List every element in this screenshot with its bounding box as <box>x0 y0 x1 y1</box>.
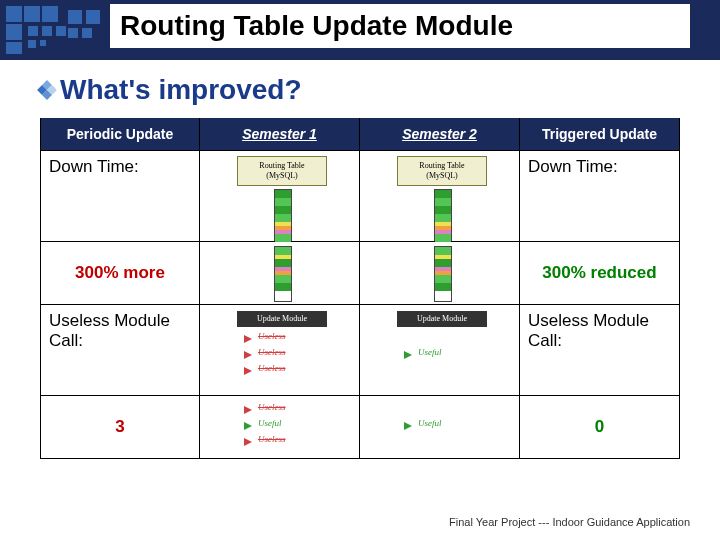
useful-tag: Useful <box>418 347 442 357</box>
count-left: 3 <box>40 396 200 458</box>
useless-tag: Useless <box>258 347 286 357</box>
bullet-diamond-icon <box>37 80 57 100</box>
useless-label-left: Useless Module Call: <box>40 305 200 395</box>
arrow-icon <box>404 351 412 359</box>
useless-label-right: Useless Module Call: <box>520 305 680 395</box>
db-box-icon: Routing Table (MySQL) <box>237 156 327 186</box>
slide-title: Routing Table Update Module <box>110 4 690 48</box>
useless-tag: Useless <box>258 331 286 341</box>
subtitle-text: What's improved? <box>60 74 302 105</box>
header-triggered: Triggered Update <box>520 118 680 150</box>
useless-tag: Useless <box>258 434 286 444</box>
db-label-2: (MySQL) <box>266 171 298 180</box>
arrow-icon <box>244 422 252 430</box>
pct-reduced: 300% reduced <box>520 242 680 304</box>
useful-tag: Useful <box>258 418 282 428</box>
pct-more: 300% more <box>40 242 200 304</box>
count-row: 3 Useless Useful Useless Useful 0 <box>40 396 680 459</box>
downtime-label-right: Down Time: <box>520 151 680 241</box>
update-module-box: Update Module <box>397 311 487 327</box>
arrow-icon <box>244 367 252 375</box>
useless-tag: Useless <box>258 402 286 412</box>
stack-bar-icon <box>434 189 452 241</box>
downtime-row: Down Time: Routing Table (MySQL) Routing… <box>40 151 680 242</box>
downtime-label-left: Down Time: <box>40 151 200 241</box>
pct-row: 300% more 300% reduced <box>40 242 680 305</box>
useless-tag: Useless <box>258 363 286 373</box>
arrow-icon <box>244 351 252 359</box>
arrow-icon <box>244 335 252 343</box>
diagram-sem1-count: Useless Useful Useless <box>200 396 360 458</box>
useful-tag: Useful <box>418 418 442 428</box>
arrow-icon <box>244 438 252 446</box>
diagram-sem2-pct <box>360 242 520 304</box>
db-label-2: (MySQL) <box>426 171 458 180</box>
diagram-sem1-pct <box>200 242 360 304</box>
db-box-icon: Routing Table (MySQL) <box>397 156 487 186</box>
title-bar: Routing Table Update Module <box>0 0 720 60</box>
header-semester-2: Semester 2 <box>360 118 520 150</box>
comparison-table: Periodic Update Semester 1 Semester 2 Tr… <box>40 118 680 459</box>
diagram-sem1-downtime: Routing Table (MySQL) <box>200 151 360 241</box>
stack-bar-icon <box>274 189 292 241</box>
table-header-row: Periodic Update Semester 1 Semester 2 Tr… <box>40 118 680 151</box>
decor-squares <box>4 4 114 56</box>
db-label-1: Routing Table <box>419 161 464 170</box>
diagram-sem2-useless: Update Module Useful <box>360 305 520 395</box>
subtitle: What's improved? <box>40 74 302 106</box>
header-semester-1: Semester 1 <box>200 118 360 150</box>
diagram-sem2-count: Useful <box>360 396 520 458</box>
stack-bar-icon <box>274 246 292 302</box>
arrow-icon <box>404 422 412 430</box>
update-module-box: Update Module <box>237 311 327 327</box>
diagram-sem1-useless: Update Module Useless Useless Useless <box>200 305 360 395</box>
useless-row: Useless Module Call: Update Module Usele… <box>40 305 680 396</box>
header-periodic: Periodic Update <box>40 118 200 150</box>
count-right: 0 <box>520 396 680 458</box>
footer-text: Final Year Project --- Indoor Guidance A… <box>449 516 690 528</box>
stack-bar-icon <box>434 246 452 302</box>
db-label-1: Routing Table <box>259 161 304 170</box>
arrow-icon <box>244 406 252 414</box>
diagram-sem2-downtime: Routing Table (MySQL) <box>360 151 520 241</box>
